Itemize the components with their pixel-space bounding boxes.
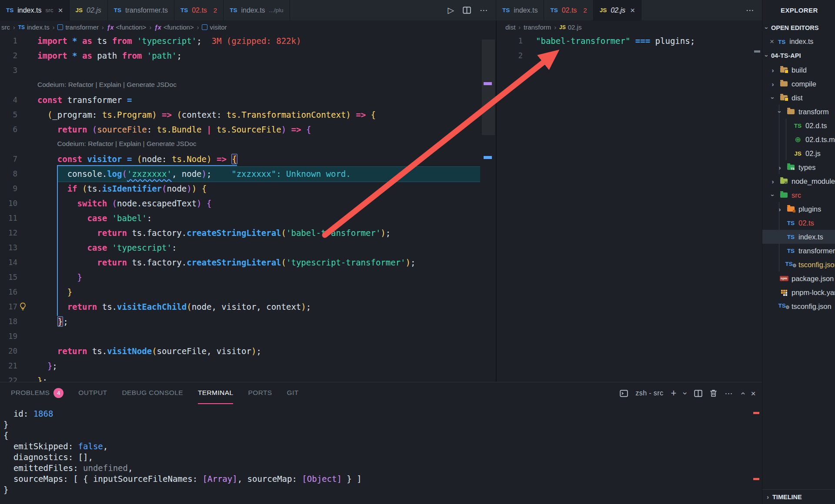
code-line[interactable]: 18 }; <box>0 314 496 329</box>
code-token <box>107 199 112 208</box>
tree-item-02.ts[interactable]: TS02.ts <box>762 216 835 230</box>
tree-icon-slot <box>786 165 795 170</box>
more-icon[interactable]: ⋯ <box>746 6 754 14</box>
new-terminal-icon[interactable]: + <box>671 388 676 398</box>
run-icon[interactable]: ▷ <box>448 6 454 14</box>
tab-02.ts[interactable]: TS02.ts2 <box>174 0 224 20</box>
breadcrumb-label: <function> <box>164 23 194 31</box>
close-icon[interactable]: × <box>630 6 635 15</box>
code-line[interactable]: 17 return ts.visitEachChild(node, visito… <box>0 299 496 314</box>
tab-02.ts[interactable]: TS02.ts2 <box>544 0 593 20</box>
code-line[interactable]: 8 console.log('zxzxxxx', node); "zxzxxxx… <box>0 166 496 181</box>
close-icon[interactable]: × <box>770 37 774 46</box>
open-editors-header[interactable]: › OPEN EDITORS <box>762 20 835 35</box>
breadcrumb-item[interactable]: ƒx<function> <box>154 23 194 31</box>
tab-02.js[interactable]: JS02.js× <box>594 0 641 20</box>
tree-item-tsconfig.json[interactable]: TStsconfig.json <box>762 299 835 313</box>
tree-item-package.json[interactable]: npmpackage.json <box>762 272 835 285</box>
close-panel-icon[interactable]: × <box>751 389 756 398</box>
panel-tab-problems[interactable]: PROBLEMS4 <box>11 382 63 404</box>
terminal-title[interactable]: zsh - src <box>635 390 663 397</box>
code-line[interactable]: 15 } <box>0 270 496 285</box>
code-line[interactable]: 1"babel-transformer" === plugins; <box>497 33 762 48</box>
tree-item-02.d.ts[interactable]: TS02.d.ts <box>762 119 835 133</box>
code-line[interactable]: 22}; <box>0 373 496 382</box>
code-editor-1[interactable]: 1import * as ts from 'typescript'; 3M (g… <box>0 33 496 382</box>
breadcrumb-item[interactable]: JS02.js <box>559 23 581 31</box>
code-line[interactable]: 9 if (ts.isIdentifier(node)) { <box>0 181 496 196</box>
panel-tab-ports[interactable]: PORTS <box>248 382 272 404</box>
code-line[interactable]: 1import * as ts from 'typescript'; 3M (g… <box>0 33 496 48</box>
tree-item-tsconfig.json[interactable]: TStsconfig.json <box>762 258 835 272</box>
split-terminal-icon[interactable] <box>694 390 702 397</box>
breadcrumb-item[interactable]: dist <box>505 23 515 31</box>
tree-item-plugins[interactable]: ›plugins <box>762 202 835 216</box>
panel-tab-terminal[interactable]: TERMINAL <box>198 382 234 404</box>
kill-terminal-icon[interactable] <box>710 389 717 397</box>
breadcrumb-separator-icon: › <box>102 24 104 31</box>
editor-group2[interactable]: dist›transform›JS02.js 1"babel-transform… <box>496 21 762 382</box>
tree-item-02.js[interactable]: JS02.js <box>762 146 835 160</box>
maximize-panel-icon[interactable]: › <box>738 392 746 395</box>
tab-index.ts[interactable]: TSindex.ts <box>496 0 544 20</box>
codelens[interactable]: Codeium: Refactor | Explain | Generate J… <box>0 78 496 93</box>
project-section-header[interactable]: › 04-TS-API <box>762 48 835 63</box>
tree-item-src[interactable]: ›src <box>762 188 835 202</box>
code-line[interactable]: 4const transformer = <box>0 93 496 107</box>
code-line[interactable]: 16 } <box>0 285 496 299</box>
breadcrumb-item[interactable]: TSindex.ts <box>18 23 50 31</box>
codelens[interactable]: Codeium: Refactor | Explain | Generate J… <box>0 137 496 152</box>
code-line[interactable]: 10 switch (node.escapedText) { <box>0 196 496 211</box>
terminal-dropdown-icon[interactable]: › <box>681 392 689 395</box>
code-line[interactable]: 14 return ts.factory.createStringLiteral… <box>0 255 496 270</box>
open-editor-item-index.ts[interactable]: ×TSindex.ts <box>762 35 835 48</box>
code-line[interactable]: 6 return (sourceFile: ts.Bundle | ts.Sou… <box>0 122 496 137</box>
close-icon[interactable]: × <box>58 6 63 15</box>
tree-item-02.d.ts.map[interactable]: ⊕02.d.ts.map <box>762 133 835 146</box>
code-line[interactable]: 7 const visitor = (node: ts.Node) => { <box>0 152 496 166</box>
more-icon[interactable]: ⋯ <box>480 6 488 14</box>
tab-index.ts[interactable]: TSindex.ts.../plu <box>224 0 290 20</box>
panel-tab-debug-console[interactable]: DEBUG CONSOLE <box>122 382 183 404</box>
tab-description: .../plu <box>269 7 284 13</box>
breadcrumb-item[interactable]: visitor <box>202 23 227 31</box>
editor-group1[interactable]: src›TSindex.ts›transformer›ƒx<function>›… <box>0 21 496 382</box>
tree-item-index.ts[interactable]: TSindex.ts <box>762 230 835 244</box>
code-line[interactable]: 2import * as path from 'path'; <box>0 48 496 63</box>
more-actions-icon[interactable]: ⋯ <box>725 389 733 398</box>
code-line[interactable]: 2 <box>497 48 762 63</box>
minimap-slider[interactable] <box>482 40 495 135</box>
tree-item-dist[interactable]: ›dist <box>762 91 835 105</box>
breadcrumb-item[interactable]: transformer <box>57 23 99 31</box>
tree-item-transform[interactable]: ›transform <box>762 105 835 119</box>
tree-item-pnpm-lock.yaml[interactable]: pnpm-lock.yaml <box>762 285 835 299</box>
code-line[interactable]: 12 return ts.factory.createStringLiteral… <box>0 225 496 240</box>
tab-02.js[interactable]: JS02.js <box>70 0 108 20</box>
code-line[interactable]: 21 }; <box>0 358 496 373</box>
tree-item-types[interactable]: ›types <box>762 160 835 174</box>
code-editor-2[interactable]: 1"babel-transformer" === plugins;2 <box>497 33 762 382</box>
code-line[interactable]: 11 case 'babel': <box>0 211 496 225</box>
tab-index.ts[interactable]: TSindex.tssrc× <box>0 0 70 20</box>
timeline-header[interactable]: › TIMELINE <box>762 489 835 504</box>
code-line[interactable]: 3 <box>0 63 496 78</box>
tree-item-transformer.ts[interactable]: TStransformer.ts <box>762 244 835 258</box>
code-line[interactable]: 5 (_program: ts.Program) => (context: ts… <box>0 107 496 122</box>
tab-transformer.ts[interactable]: TStransformer.ts <box>108 0 174 20</box>
panel-tab-output[interactable]: OUTPUT <box>78 382 107 404</box>
code-line[interactable]: 20 return ts.visitNode(sourceFile, visit… <box>0 344 496 358</box>
breadcrumb-item[interactable]: transform <box>524 23 551 31</box>
code-line[interactable]: 19 <box>0 329 496 344</box>
tree-item-compile[interactable]: ›compile <box>762 77 835 91</box>
breadcrumb-item[interactable]: src <box>1 23 10 31</box>
split-editor-icon[interactable] <box>463 7 471 14</box>
tree-item-build[interactable]: ›build <box>762 63 835 77</box>
panel-tab-git[interactable]: GIT <box>287 382 299 404</box>
terminal-output[interactable]: id: 1868}{ emitSkipped: false, diagnosti… <box>0 404 762 504</box>
breadcrumb-item[interactable]: ƒx<function> <box>107 23 147 31</box>
lightbulb-icon[interactable] <box>18 302 27 313</box>
code-line[interactable]: 13 case 'typescript': <box>0 240 496 255</box>
minimap[interactable] <box>481 33 496 382</box>
folder-build-icon <box>780 67 788 73</box>
tree-item-node_modules[interactable]: ›node_modules <box>762 174 835 188</box>
